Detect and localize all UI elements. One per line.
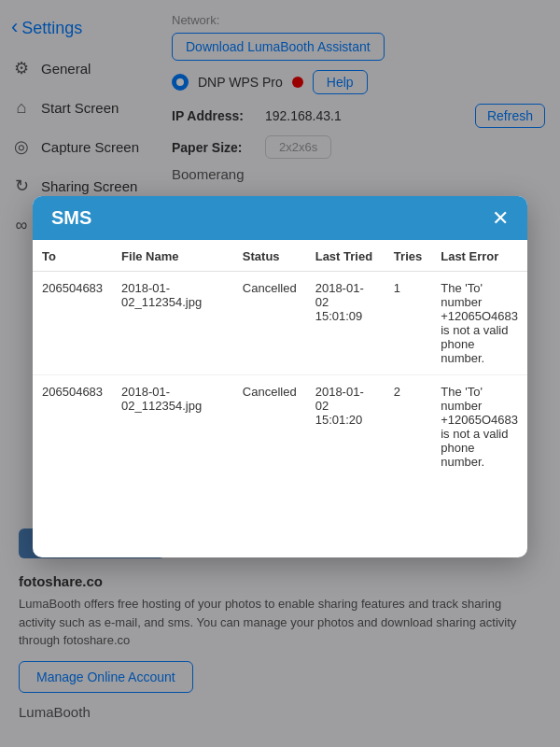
table-row: 206504683 2018-01-02_112354.jpg Cancelle… (33, 375, 527, 479)
col-header-file-name: File Name (112, 240, 233, 272)
modal-header: SMS ✕ (33, 196, 527, 240)
modal-body: To File Name Status Last Tried Tries Las… (33, 240, 527, 557)
sms-modal: SMS ✕ To File Name Status Last Tried Tri… (33, 196, 527, 557)
cell-last-tried: 2018-01-02 15:01:09 (306, 272, 385, 375)
modal-title: SMS (51, 207, 91, 229)
col-header-last-error: Last Error (431, 240, 527, 272)
cell-last-error: The 'To' number +12065O4683 is not a val… (431, 375, 527, 479)
cell-status: Cancelled (233, 375, 306, 479)
cell-to: 206504683 (33, 272, 112, 375)
col-header-status: Status (233, 240, 306, 272)
cell-last-tried: 2018-01-02 15:01:20 (306, 375, 385, 479)
cell-file-name: 2018-01-02_112354.jpg (112, 272, 233, 375)
table-row: 206504683 2018-01-02_112354.jpg Cancelle… (33, 272, 527, 375)
modal-close-button[interactable]: ✕ (492, 208, 509, 229)
cell-tries: 1 (385, 272, 431, 375)
col-header-tries: Tries (385, 240, 431, 272)
cell-file-name: 2018-01-02_112354.jpg (112, 375, 233, 479)
cell-tries: 2 (385, 375, 431, 479)
sms-table: To File Name Status Last Tried Tries Las… (33, 240, 527, 478)
col-header-to: To (33, 240, 112, 272)
cell-status: Cancelled (233, 272, 306, 375)
cell-last-error: The 'To' number +12065O4683 is not a val… (431, 272, 527, 375)
cell-to: 206504683 (33, 375, 112, 479)
col-header-last-tried: Last Tried (306, 240, 385, 272)
